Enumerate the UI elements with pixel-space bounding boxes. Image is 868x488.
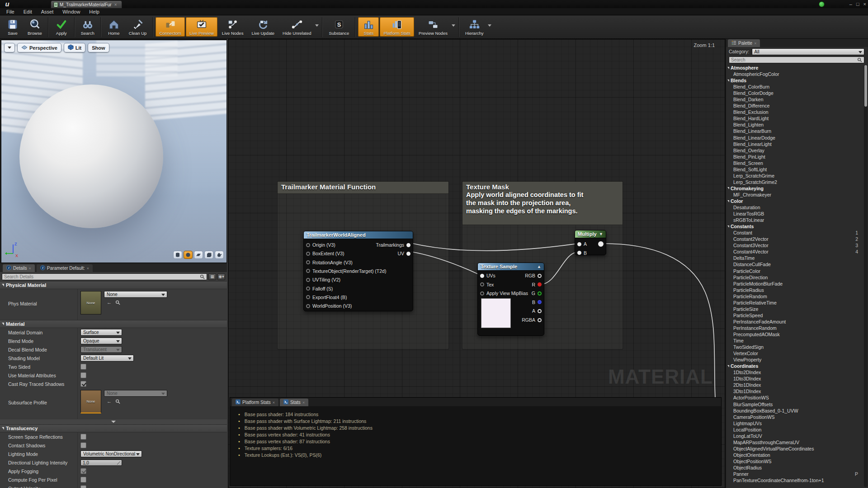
tab-close-icon[interactable]: × [87, 266, 89, 271]
palette-category-header[interactable]: Coordinates [726, 363, 868, 369]
dropdown-lighting-mode[interactable]: Volumetric NonDirectional [80, 450, 142, 457]
palette-item[interactable]: MapARPassthroughCameraUV [726, 439, 868, 446]
input-pin[interactable] [306, 252, 310, 256]
palette-item[interactable]: Blend_ColorBurn [726, 84, 868, 90]
palette-item[interactable]: 1Dto3DIndex [726, 375, 868, 382]
chevron-down-icon[interactable] [488, 24, 491, 27]
viewport-options-button[interactable] [4, 43, 15, 52]
minimize-button[interactable]: – [849, 1, 852, 7]
asset-tab-close-icon[interactable]: × [114, 2, 117, 7]
input-pin[interactable] [306, 278, 310, 282]
search-button[interactable]: Search [77, 17, 98, 37]
palette-item[interactable]: PerInstanceFadeAmount [726, 319, 868, 325]
stats-button[interactable]: Stats [358, 17, 379, 37]
launcher-badge-icon[interactable] [819, 1, 825, 7]
browse-to-asset-icon[interactable] [115, 300, 120, 305]
palette-item[interactable]: ObjectAlignedVirtualPlaneCoordinates [726, 446, 868, 452]
palette-item[interactable]: LongLatToUV [726, 433, 868, 439]
tab-palette[interactable]: Palette× [728, 39, 760, 47]
palette-item[interactable]: Desaturation [726, 204, 868, 211]
viewport-lit-button[interactable]: Lit [64, 43, 85, 52]
palette-item[interactable]: ParticleRelativeTime [726, 300, 868, 306]
palette-item[interactable]: ActorPositionWS [726, 394, 868, 401]
palette-item[interactable]: Lerp_ScratchGrime2 [726, 179, 868, 185]
preview-nodes-button[interactable]: Preview Nodes [415, 17, 451, 37]
input-pin[interactable] [306, 286, 310, 291]
palette-item[interactable]: TwoSidedSign [726, 344, 868, 350]
tab-parameter-default-[interactable]: iParameter Default:× [37, 264, 93, 272]
home-button[interactable]: Home [104, 17, 124, 37]
section-header-material[interactable]: Material [0, 320, 227, 328]
connectors-button[interactable]: Connectors [156, 17, 185, 37]
palette-item[interactable]: ObjectOrientation [726, 452, 868, 458]
palette-category-header[interactable]: Blends [726, 77, 868, 84]
output-pin[interactable] [538, 309, 542, 313]
palette-scrollbar-thumb[interactable] [864, 65, 867, 107]
palette-item[interactable]: PrecomputedAOMask [726, 331, 868, 338]
palette-item[interactable]: VertexColor [726, 350, 868, 357]
chevron-down-icon[interactable] [452, 24, 455, 27]
palette-item[interactable]: Blend_HardLight [726, 115, 868, 122]
hierarchy-button[interactable]: Hierarchy [462, 17, 487, 37]
checkbox-apply-fogging[interactable] [80, 468, 86, 474]
menu-item-help[interactable]: Help [85, 9, 104, 14]
use-selected-icon[interactable]: ← [107, 300, 112, 305]
tab-close-icon[interactable]: × [302, 400, 305, 405]
palette-item[interactable]: LinearTosRGB [726, 211, 868, 217]
menu-item-file[interactable]: File [2, 9, 19, 14]
palette-item[interactable]: ParticleSpeed [726, 312, 868, 319]
show-advanced-expander[interactable] [0, 419, 227, 424]
live-preview-button[interactable]: Live Preview [186, 17, 217, 37]
palette-item[interactable]: LocalPosition [726, 427, 868, 433]
primitive-sphere-button[interactable] [184, 251, 193, 259]
node-multiply[interactable]: Multiply▼AB [575, 230, 606, 255]
palette-item[interactable]: DeltaTime [726, 255, 868, 261]
palette-item[interactable]: Blend_ColorDodge [726, 90, 868, 96]
palette-item[interactable]: Constant1 [726, 230, 868, 236]
checkbox-cast-ray-traced-shadows[interactable] [80, 381, 86, 387]
palette-item[interactable]: Lerp_ScratchGrime [726, 173, 868, 179]
palette-item[interactable]: ParticleDirection [726, 274, 868, 281]
asset-thumbnail[interactable]: None [80, 291, 101, 314]
output-pin[interactable] [538, 300, 542, 304]
preview-viewport[interactable]: PerspectiveLitShow Z X [1, 40, 227, 263]
maximize-button[interactable]: □ [856, 1, 859, 7]
palette-item[interactable]: AtmosphericFogColor [726, 71, 868, 77]
browse-button[interactable]: Browse [24, 17, 46, 37]
output-pin[interactable] [406, 243, 410, 247]
menu-item-window[interactable]: Window [58, 9, 85, 14]
checkbox-screen-space-reflections[interactable] [80, 434, 86, 440]
palette-item[interactable]: Blend_Lighten [726, 122, 868, 128]
palette-item[interactable]: PanTextureCoordinateChannelfrom-1ton+1 [726, 477, 868, 483]
live-update-button[interactable]: Live Update [248, 17, 278, 37]
checkbox-compute-fog-per-pixel[interactable] [80, 477, 86, 483]
palette-item[interactable]: MF_Chromakeyer [726, 192, 868, 198]
input-pin[interactable] [306, 304, 310, 308]
checkbox-output-velocity[interactable] [80, 485, 86, 488]
input-pin[interactable] [480, 274, 484, 278]
primitive-cube-button[interactable] [204, 251, 213, 259]
output-pin[interactable] [538, 318, 542, 322]
palette-item[interactable]: Blend_Darken [726, 96, 868, 103]
menu-item-asset[interactable]: Asset [37, 9, 58, 14]
palette-item[interactable]: Blend_Overlay [726, 147, 868, 154]
checkbox-contact-shadows[interactable] [80, 442, 86, 448]
palette-category-header[interactable]: Constants [726, 223, 868, 230]
palette-item[interactable]: Blend_Exclusion [726, 109, 868, 115]
palette-item[interactable]: ObjectRadius [726, 465, 868, 471]
viewport-show-button[interactable]: Show [88, 43, 109, 52]
palette-item[interactable]: Blend_SoftLight [726, 166, 868, 173]
palette-item[interactable]: Constant4Vector4 [726, 249, 868, 255]
number-field-directional-lighting-intensity[interactable]: 1,0 [80, 460, 122, 466]
palette-item[interactable]: Time [726, 338, 868, 344]
input-pin[interactable] [306, 260, 310, 264]
palette-item[interactable]: ObjectPositionWS [726, 458, 868, 465]
palette-item[interactable]: PannerP [726, 471, 868, 477]
view-options-button[interactable]: ◉▾ [217, 273, 225, 280]
palette-item[interactable]: PerInstanceRandom [726, 325, 868, 331]
use-selected-icon[interactable]: ← [107, 399, 112, 404]
palette-item[interactable]: 1Dto2DIndex [726, 369, 868, 375]
platform-stats-button[interactable]: Platform Stats [380, 17, 414, 37]
comment-header[interactable]: Trailmarker Material Function [278, 182, 448, 194]
palette-item[interactable]: Constant3Vector3 [726, 242, 868, 249]
